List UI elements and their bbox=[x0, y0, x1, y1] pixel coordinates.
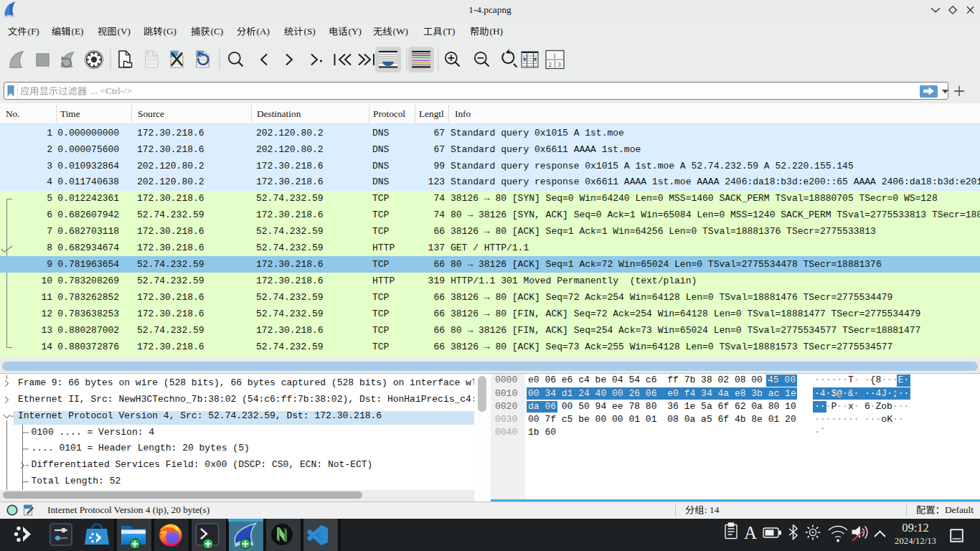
svg-text:3: 3 bbox=[558, 62, 561, 68]
svg-text:A: A bbox=[744, 523, 757, 542]
svg-text:0111: 0111 bbox=[148, 62, 157, 67]
svg-text:1: 1 bbox=[553, 53, 556, 60]
svg-text:2: 2 bbox=[549, 62, 552, 68]
